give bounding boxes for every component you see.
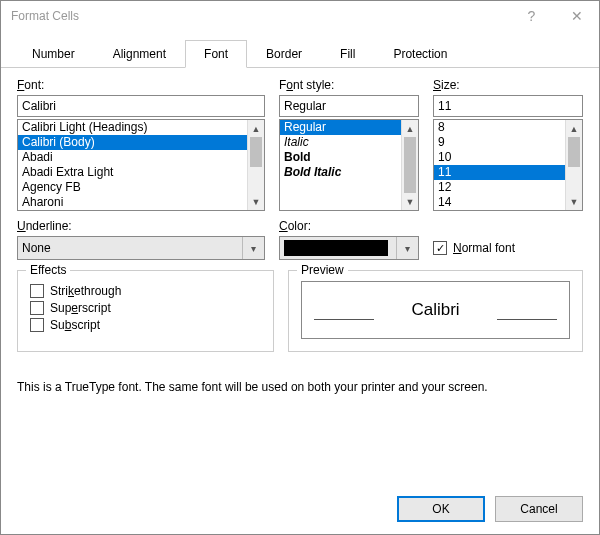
strikethrough-checkbox[interactable]: Strikethrough	[30, 284, 261, 298]
font-style-listbox[interactable]: Regular Italic Bold Bold Italic ▲ ▼	[279, 119, 419, 211]
list-item[interactable]: Agency FB	[18, 180, 247, 195]
close-button[interactable]: ✕	[554, 1, 599, 31]
tab-alignment[interactable]: Alignment	[94, 40, 185, 68]
list-item[interactable]: Abadi Extra Light	[18, 165, 247, 180]
preview-group: Preview Calibri	[288, 270, 583, 352]
scroll-down-icon[interactable]: ▼	[248, 193, 264, 210]
close-icon: ✕	[571, 8, 583, 24]
scrollbar[interactable]: ▲ ▼	[401, 120, 418, 210]
chevron-down-icon: ▾	[396, 237, 418, 259]
list-item[interactable]: Aharoni	[18, 195, 247, 210]
superscript-label: Superscript	[50, 301, 111, 315]
subscript-checkbox[interactable]: Subscript	[30, 318, 261, 332]
font-label: Font:	[17, 78, 44, 92]
scroll-thumb[interactable]	[568, 137, 580, 167]
titlebar: Format Cells ? ✕	[1, 1, 599, 31]
effects-legend: Effects	[26, 263, 70, 277]
size-input[interactable]	[433, 95, 583, 117]
scrollbar[interactable]: ▲ ▼	[565, 120, 582, 210]
size-label: Size:	[433, 78, 460, 92]
color-dropdown[interactable]: ▾	[279, 236, 419, 260]
underline-label: Underline:	[17, 219, 72, 233]
scrollbar[interactable]: ▲ ▼	[247, 120, 264, 210]
font-note: This is a TrueType font. The same font w…	[17, 380, 583, 394]
tab-fill[interactable]: Fill	[321, 40, 374, 68]
color-swatch	[284, 240, 388, 256]
strikethrough-label: Strikethrough	[50, 284, 121, 298]
list-item[interactable]: 8	[434, 120, 565, 135]
preview-box: Calibri	[301, 281, 570, 339]
scroll-thumb[interactable]	[404, 137, 416, 193]
list-item[interactable]: Bold	[280, 150, 401, 165]
tab-font[interactable]: Font	[185, 40, 247, 68]
effects-group: Effects Strikethrough Superscript Subscr…	[17, 270, 274, 352]
scroll-down-icon[interactable]: ▼	[566, 193, 582, 210]
scroll-up-icon[interactable]: ▲	[402, 120, 418, 137]
help-button[interactable]: ?	[509, 1, 554, 31]
checkbox-icon	[30, 301, 44, 315]
underline-dropdown[interactable]: None ▾	[17, 236, 265, 260]
checkbox-icon	[30, 318, 44, 332]
format-cells-dialog: Format Cells ? ✕ Number Alignment Font B…	[0, 0, 600, 535]
list-item[interactable]: 10	[434, 150, 565, 165]
font-style-input[interactable]	[279, 95, 419, 117]
list-item[interactable]: Calibri (Body)	[18, 135, 247, 150]
list-item[interactable]: Regular	[280, 120, 401, 135]
list-item[interactable]: Abadi	[18, 150, 247, 165]
size-listbox[interactable]: 8 9 10 11 12 14 ▲ ▼	[433, 119, 583, 211]
font-style-label: Font style:	[279, 78, 334, 92]
list-item[interactable]: 9	[434, 135, 565, 150]
list-item[interactable]: 11	[434, 165, 565, 180]
scroll-up-icon[interactable]: ▲	[566, 120, 582, 137]
list-item[interactable]: Bold Italic	[280, 165, 401, 180]
subscript-label: Subscript	[50, 318, 100, 332]
list-item[interactable]: Calibri Light (Headings)	[18, 120, 247, 135]
color-label: Color:	[279, 219, 311, 233]
superscript-checkbox[interactable]: Superscript	[30, 301, 261, 315]
normal-font-label: Normal font	[453, 241, 515, 255]
font-listbox[interactable]: Calibri Light (Headings) Calibri (Body) …	[17, 119, 265, 211]
normal-font-checkbox[interactable]: ✓ Normal font	[433, 241, 515, 255]
checkbox-icon: ✓	[433, 241, 447, 255]
tab-number[interactable]: Number	[13, 40, 94, 68]
scroll-up-icon[interactable]: ▲	[248, 120, 264, 137]
window-title: Format Cells	[11, 9, 509, 23]
scroll-thumb[interactable]	[250, 137, 262, 167]
cancel-button[interactable]: Cancel	[495, 496, 583, 522]
tab-bar: Number Alignment Font Border Fill Protec…	[1, 31, 599, 68]
preview-legend: Preview	[297, 263, 348, 277]
dialog-footer: OK Cancel	[1, 484, 599, 534]
tab-protection[interactable]: Protection	[374, 40, 466, 68]
list-item[interactable]: Italic	[280, 135, 401, 150]
ok-button[interactable]: OK	[397, 496, 485, 522]
underline-value: None	[22, 241, 51, 255]
list-item[interactable]: 12	[434, 180, 565, 195]
preview-text: Calibri	[411, 300, 459, 320]
font-input[interactable]	[17, 95, 265, 117]
checkbox-icon	[30, 284, 44, 298]
tab-border[interactable]: Border	[247, 40, 321, 68]
scroll-down-icon[interactable]: ▼	[402, 193, 418, 210]
chevron-down-icon: ▾	[242, 237, 264, 259]
list-item[interactable]: 14	[434, 195, 565, 210]
dialog-body: Font: Calibri Light (Headings) Calibri (…	[1, 68, 599, 484]
